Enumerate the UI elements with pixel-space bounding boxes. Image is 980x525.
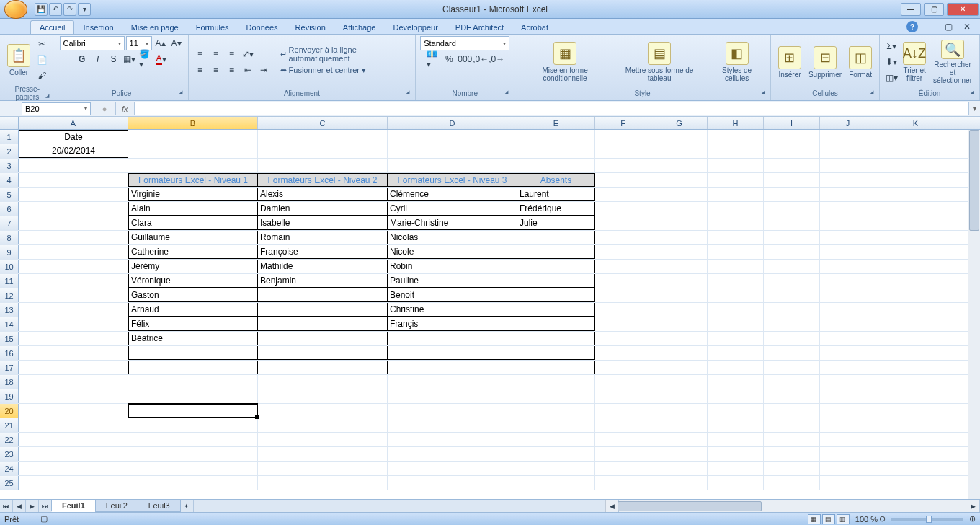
cell-I13[interactable] (764, 303, 820, 317)
cell-H12[interactable] (708, 288, 764, 302)
cell-J11[interactable] (820, 274, 876, 288)
cell-C11[interactable]: Benjamin (258, 274, 388, 288)
cell-H19[interactable] (708, 389, 764, 403)
percent-icon[interactable]: % (442, 52, 456, 66)
cell-A16[interactable] (19, 346, 128, 360)
view-normal-icon[interactable]: ▦ (808, 514, 821, 524)
col-header-F[interactable]: F (595, 117, 651, 129)
cell-A14[interactable] (19, 317, 128, 331)
cell-I22[interactable] (764, 433, 820, 446)
cell-H25[interactable] (708, 476, 764, 490)
cell-A11[interactable] (19, 274, 128, 288)
sheet-tab-feuil3[interactable]: Feuil3 (138, 500, 181, 512)
cell-K11[interactable] (876, 274, 956, 288)
cell-C1[interactable] (258, 130, 388, 144)
cell-G18[interactable] (651, 375, 708, 389)
cell-A2[interactable]: 20/02/2014 (19, 144, 128, 158)
cell-K23[interactable] (876, 447, 956, 461)
cell-I21[interactable] (764, 418, 820, 432)
cell-F5[interactable] (595, 188, 651, 201)
cell-J4[interactable] (820, 173, 876, 187)
cell-B17[interactable] (128, 361, 258, 374)
cell-B13[interactable]: Arnaud (128, 303, 258, 317)
cell-B4[interactable]: Formateurs Excel - Niveau 1 (128, 173, 258, 187)
cell-D12[interactable]: Benoit (388, 288, 517, 302)
col-header-B[interactable]: B (128, 117, 258, 129)
cell-B5[interactable]: Virginie (128, 188, 258, 201)
cell-D24[interactable] (388, 462, 517, 475)
cell-styles-button[interactable]: ◧Styles de cellules (708, 38, 766, 86)
align-middle-icon[interactable]: ≡ (209, 47, 223, 61)
cell-D13[interactable]: Christine (388, 303, 517, 317)
cell-E21[interactable] (517, 418, 595, 432)
row-header-3[interactable]: 3 (0, 159, 19, 172)
name-box[interactable]: B20▾ (22, 102, 91, 115)
cell-D25[interactable] (388, 476, 517, 490)
mdi-close-icon[interactable]: ✕ (960, 19, 974, 34)
cell-J5[interactable] (820, 188, 876, 201)
cell-B22[interactable] (128, 433, 258, 446)
tab-données[interactable]: Données (238, 21, 287, 34)
cell-J14[interactable] (820, 317, 876, 331)
cell-I5[interactable] (764, 188, 820, 201)
cell-I6[interactable] (764, 202, 820, 216)
cell-B9[interactable]: Catherine (128, 245, 258, 259)
cell-B19[interactable] (128, 389, 258, 403)
cell-C13[interactable] (258, 303, 388, 317)
cell-B8[interactable]: Guillaume (128, 231, 258, 244)
tab-acrobat[interactable]: Acrobat (512, 21, 557, 34)
cell-E1[interactable] (517, 130, 595, 144)
cell-C8[interactable]: Romain (258, 231, 388, 244)
cell-J6[interactable] (820, 202, 876, 216)
zoom-thumb[interactable] (926, 516, 932, 523)
view-layout-icon[interactable]: ▤ (822, 514, 835, 524)
cell-D6[interactable]: Cyril (388, 202, 517, 216)
cell-K8[interactable] (876, 231, 956, 244)
cell-H3[interactable] (708, 159, 764, 172)
cell-E5[interactable]: Laurent (517, 188, 595, 201)
mdi-minimize-icon[interactable]: — (922, 19, 937, 34)
cell-B23[interactable] (128, 447, 258, 461)
accounting-icon[interactable]: 💶▾ (426, 52, 440, 66)
sort-filter-button[interactable]: A↓ZTrier et filtrer (900, 38, 929, 86)
italic-button[interactable]: I (91, 52, 105, 66)
cell-K6[interactable] (876, 202, 956, 216)
cell-H15[interactable] (708, 332, 764, 345)
cell-B24[interactable] (128, 462, 258, 475)
cell-K1[interactable] (876, 130, 956, 144)
cell-F9[interactable] (595, 245, 651, 259)
cell-A9[interactable] (19, 245, 128, 259)
cell-G7[interactable] (651, 216, 708, 230)
row-header-25[interactable]: 25 (0, 476, 19, 490)
cell-K14[interactable] (876, 317, 956, 331)
cell-C14[interactable] (258, 317, 388, 331)
indent-decrease-icon[interactable]: ⇤ (241, 63, 255, 77)
maximize-button[interactable]: ▢ (924, 3, 944, 16)
cell-I7[interactable] (764, 216, 820, 230)
row-header-13[interactable]: 13 (0, 303, 19, 317)
cell-K5[interactable] (876, 188, 956, 201)
cell-D20[interactable] (388, 404, 517, 418)
tab-mise-en-page[interactable]: Mise en page (122, 21, 187, 34)
row-header-4[interactable]: 4 (0, 173, 19, 187)
row-header-12[interactable]: 12 (0, 288, 19, 302)
cell-G6[interactable] (651, 202, 708, 216)
cell-H2[interactable] (708, 144, 764, 158)
cell-G4[interactable] (651, 173, 708, 187)
cell-F6[interactable] (595, 202, 651, 216)
format-painter-icon[interactable]: 🖌 (35, 69, 49, 83)
zoom-slider[interactable] (891, 518, 963, 521)
copy-icon[interactable]: 📄 (35, 53, 49, 67)
cell-D5[interactable]: Clémence (388, 188, 517, 201)
cell-C21[interactable] (258, 418, 388, 432)
row-header-7[interactable]: 7 (0, 216, 19, 230)
cell-H1[interactable] (708, 130, 764, 144)
cell-J8[interactable] (820, 231, 876, 244)
cell-A24[interactable] (19, 462, 128, 475)
cell-J1[interactable] (820, 130, 876, 144)
cell-D21[interactable] (388, 418, 517, 432)
macro-record-icon[interactable]: ▢ (40, 514, 48, 524)
format-cells-button[interactable]: ◫Format (846, 38, 875, 86)
view-pagebreak-icon[interactable]: ▥ (837, 514, 850, 524)
cell-H18[interactable] (708, 375, 764, 389)
